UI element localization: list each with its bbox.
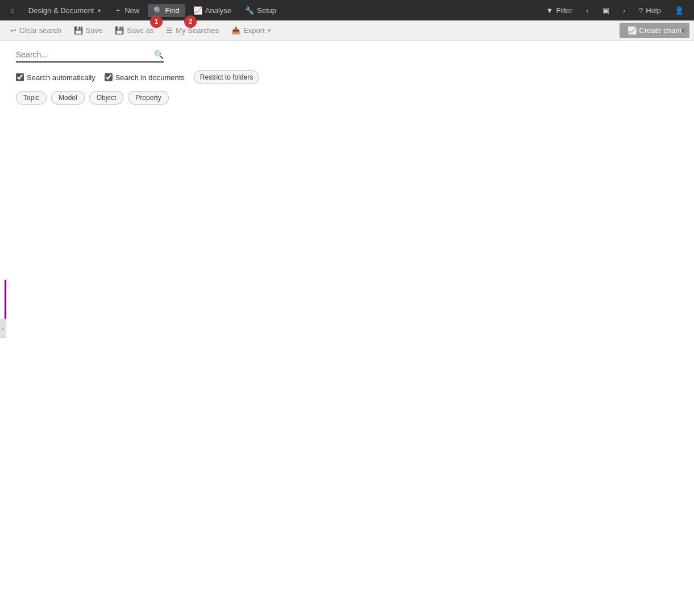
nav-setup[interactable]: 🔧 Setup	[239, 4, 282, 17]
search-automatically-checkbox-label[interactable]: Search automatically	[16, 73, 95, 82]
export-label: Export	[243, 26, 265, 35]
sidebar-toggle-button[interactable]: ›	[0, 319, 6, 338]
home-nav-item[interactable]: ⌂	[5, 4, 20, 17]
search-submit-icon[interactable]: 🔍	[154, 50, 164, 59]
nav-new[interactable]: ＋ New	[109, 3, 145, 18]
panel-close-button[interactable]: ×	[676, 23, 689, 38]
options-row: Search automatically Search in documents…	[16, 70, 683, 84]
search-bar: 🔍	[16, 50, 164, 63]
nav-back-btn[interactable]: ‹	[580, 4, 594, 17]
sidebar-toggle-icon: ›	[2, 325, 4, 332]
tag-topic[interactable]: Topic	[16, 91, 47, 105]
user-nav-item[interactable]: 👤	[669, 4, 689, 17]
save-as-label: Save as	[127, 26, 153, 35]
my-searches-label: My Searches	[176, 26, 219, 35]
main-content: › 🔍 Search automatically Search in docum…	[0, 41, 694, 616]
help-icon: ?	[639, 6, 643, 15]
nav-window-btn[interactable]: ▣	[597, 4, 615, 17]
filter-label: Filter	[556, 6, 572, 15]
filter-nav-item[interactable]: ▼ Filter	[541, 4, 579, 17]
navbar: ⌂ Design & Document ▾ ＋ New 🔍 Find 📈 Ana…	[0, 0, 694, 20]
find-panel: 🔍 Search automatically Search in documen…	[0, 41, 694, 616]
tag-object-label: Object	[97, 94, 117, 102]
clear-search-button[interactable]: ↩ Clear search	[5, 24, 67, 37]
chart-line-icon: 📈	[627, 26, 637, 35]
tooltip-badge-2: 2	[184, 15, 197, 28]
search-input[interactable]	[16, 50, 154, 59]
help-nav-item[interactable]: ? Help	[633, 4, 667, 17]
tag-model[interactable]: Model	[51, 91, 85, 105]
user-icon: 👤	[675, 6, 684, 15]
restrict-to-folders-button[interactable]: Restrict to folders	[194, 70, 259, 84]
clear-search-label: Clear search	[19, 26, 61, 35]
nav-analyse[interactable]: 📈 Analyse	[188, 4, 237, 17]
help-label: Help	[646, 6, 661, 15]
search-in-documents-checkbox[interactable]	[105, 73, 113, 81]
nav-forward-btn[interactable]: ›	[617, 4, 631, 17]
nav-find[interactable]: 🔍 Find	[148, 4, 185, 17]
chevron-right-icon: ›	[623, 6, 625, 15]
plus-icon: ＋	[114, 5, 122, 15]
chevron-down-icon: ▾	[98, 7, 101, 14]
tag-object[interactable]: Object	[89, 91, 124, 105]
filter-icon: ▼	[546, 6, 554, 15]
navbar-right: ▼ Filter ‹ ▣ › ? Help 👤	[541, 4, 689, 17]
home-icon: ⌂	[10, 6, 15, 15]
chevron-left-icon: ‹	[586, 6, 588, 15]
vertical-accent-line	[5, 280, 6, 319]
tag-property[interactable]: Property	[128, 91, 168, 105]
toolbar-right-section: × 📈 Create chant	[620, 23, 689, 38]
search-automatically-checkbox[interactable]	[16, 73, 24, 81]
save-button[interactable]: 💾 Save	[68, 24, 109, 37]
search-icon: 🔍	[153, 6, 163, 15]
create-chart-label: Create chant	[639, 26, 681, 35]
chart-icon: 📈	[193, 6, 202, 15]
window-icon: ▣	[602, 6, 609, 15]
nav-new-label: New	[124, 6, 139, 15]
nav-design-document[interactable]: Design & Document ▾	[23, 4, 107, 17]
save-as-icon: 💾	[115, 26, 124, 35]
secondary-toolbar: 1 2 ↩ Clear search 💾 Save 💾 Save as ☰ My…	[0, 20, 694, 41]
search-in-documents-checkbox-label[interactable]: Search in documents	[105, 73, 185, 82]
export-icon: 📤	[231, 26, 240, 35]
export-dropdown-arrow: ▾	[268, 27, 271, 34]
wrench-icon: 🔧	[245, 6, 254, 15]
clear-icon: ↩	[10, 26, 16, 35]
nav-design-document-label: Design & Document	[28, 6, 94, 15]
nav-setup-label: Setup	[257, 6, 276, 15]
save-icon: 💾	[74, 26, 83, 35]
my-searches-icon: ☰	[166, 26, 173, 35]
restrict-to-folders-label: Restrict to folders	[200, 73, 253, 81]
tag-model-label: Model	[59, 94, 77, 102]
search-automatically-label: Search automatically	[27, 73, 95, 82]
export-button[interactable]: 📤 Export ▾	[226, 24, 276, 37]
nav-find-label: Find	[165, 6, 180, 15]
search-in-documents-label: Search in documents	[115, 73, 185, 82]
tag-topic-label: Topic	[23, 94, 39, 102]
tags-row: Topic Model Object Property	[16, 91, 683, 105]
tooltip-badge-1: 1	[150, 15, 163, 28]
save-label: Save	[86, 26, 103, 35]
nav-analyse-label: Analyse	[205, 6, 231, 15]
tag-property-label: Property	[135, 94, 161, 102]
